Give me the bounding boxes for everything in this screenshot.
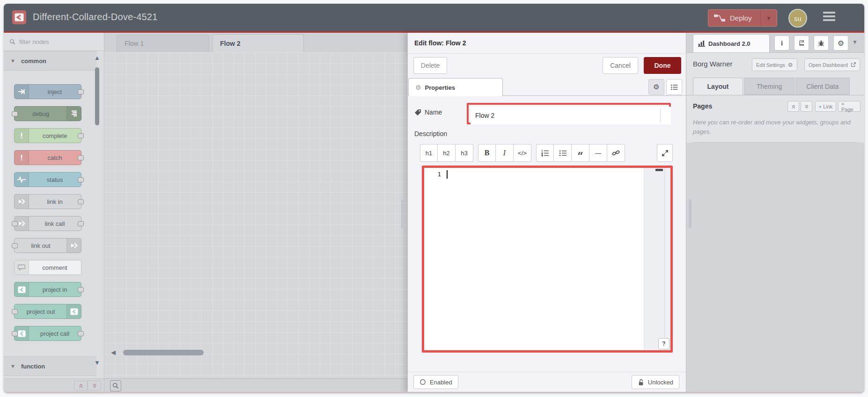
flow-locked-toggle[interactable]: Unlocked <box>632 375 679 389</box>
palette-node-project-out[interactable]: project out <box>14 304 81 319</box>
sidebar-help-button[interactable] <box>794 36 809 51</box>
sidebar-resize-handle[interactable] <box>689 199 691 228</box>
node-label: project call <box>29 326 81 340</box>
debug-icon <box>66 107 81 121</box>
add-page-button[interactable]: + Page <box>838 101 861 112</box>
debug-messages-icon <box>818 40 824 47</box>
horizontal-rule-button[interactable]: — <box>589 144 607 162</box>
node-input-port <box>12 221 18 226</box>
page-title: Different-Collared-Dove-4521 <box>33 12 157 22</box>
description-view-button[interactable] <box>666 79 682 95</box>
editor-cursor <box>447 170 448 179</box>
palette-node-debug[interactable]: debug <box>14 106 81 121</box>
sidebar-tab-client-data[interactable]: Client Data <box>795 78 850 95</box>
add-link-button[interactable]: + Link <box>815 101 836 112</box>
editor-help-button[interactable]: ? <box>658 338 669 349</box>
done-button[interactable]: Done <box>644 57 681 74</box>
list-icon <box>671 84 678 90</box>
h1-button[interactable]: h1 <box>420 144 438 162</box>
node-palette: filter nodes ▼ common injectdebug!comple… <box>4 33 104 392</box>
sidebar-info-button[interactable]: i <box>774 36 789 51</box>
canvas-scroll-left-arrow[interactable]: ◀ <box>111 349 116 356</box>
flow-tab-bar: Flow 1 Flow 2 <box>104 33 407 53</box>
deploy-button[interactable]: Deploy ▼ <box>708 9 777 27</box>
open-dashboard-label: Open Dashboard <box>809 62 848 68</box>
node-label: status <box>29 173 81 187</box>
node-input-port <box>12 111 18 116</box>
expand-editor-button[interactable] <box>657 144 673 162</box>
palette-node-comment[interactable]: comment <box>14 260 81 275</box>
double-chevron-up-icon <box>78 383 84 389</box>
canvas-hscrollbar-thumb[interactable] <box>123 350 204 355</box>
palette-search-placeholder: filter nodes <box>19 38 49 45</box>
deploy-options-caret[interactable]: ▼ <box>760 10 777 26</box>
expand-all-categories-button[interactable] <box>88 381 101 390</box>
node-label: link in <box>29 195 81 209</box>
palette-node-link-in[interactable]: link in <box>14 194 81 209</box>
palette-scrollbar-thumb[interactable] <box>95 67 99 125</box>
flow-name-input[interactable] <box>471 107 671 124</box>
sidebar-tabs-caret[interactable]: ▼ <box>852 39 858 45</box>
palette-search-input[interactable]: filter nodes <box>4 33 104 51</box>
palette-scroll-down-arrow[interactable]: ▼ <box>94 359 100 366</box>
unlocked-label: Unlocked <box>648 379 673 386</box>
palette-node-inject[interactable]: inject <box>14 84 81 99</box>
node-label: link call <box>29 217 81 231</box>
open-dashboard-button[interactable]: Open Dashboard <box>804 58 860 71</box>
palette-node-complete[interactable]: !complete <box>14 128 81 143</box>
pages-collapse-all-button[interactable] <box>787 101 799 112</box>
edit-properties-view-button[interactable]: ⚙ <box>648 79 664 95</box>
flow-canvas[interactable] <box>104 52 407 379</box>
link-node-icon <box>15 195 29 209</box>
italic-button[interactable]: I <box>496 144 514 162</box>
h3-button[interactable]: h3 <box>456 144 473 162</box>
h2-button[interactable]: h2 <box>438 144 456 162</box>
sidebar-tab-theming[interactable]: Theming <box>744 78 794 95</box>
delete-button[interactable]: Delete <box>413 57 447 74</box>
sidebar-debug-button[interactable] <box>814 36 829 51</box>
flow-enabled-toggle[interactable]: Enabled <box>413 375 458 389</box>
bold-button[interactable]: B <box>478 144 496 162</box>
tab-label: Properties <box>425 84 455 91</box>
category-label: function <box>21 363 45 370</box>
unordered-list-button[interactable] <box>554 144 572 162</box>
collapse-all-categories-button[interactable] <box>74 381 88 390</box>
node-output-port <box>78 155 84 160</box>
editor-vscrollbar-thumb[interactable] <box>655 169 663 171</box>
code-button[interactable]: </> <box>514 144 531 162</box>
cancel-button[interactable]: Cancel <box>603 57 638 74</box>
palette-node-status[interactable]: status <box>14 172 81 187</box>
pages-expand-all-button[interactable] <box>801 101 812 112</box>
palette-category-function[interactable]: ▼ function <box>4 356 96 376</box>
main-menu-button[interactable] <box>823 12 835 23</box>
description-editor[interactable]: 1 ? <box>424 168 670 350</box>
node-label: debug <box>15 107 67 121</box>
palette-node-link-call[interactable]: link call <box>14 216 81 231</box>
description-editor-highlight: 1 ? <box>422 166 673 353</box>
palette-node-catch[interactable]: !catch <box>14 150 81 165</box>
node-label: project out <box>15 304 67 318</box>
palette-node-project-in[interactable]: project in <box>14 282 81 297</box>
link-button[interactable] <box>607 144 625 162</box>
ordered-list-button[interactable] <box>536 144 554 162</box>
tray-resize-handle[interactable] <box>401 199 404 228</box>
tab-properties[interactable]: ⚙ Properties <box>408 78 503 96</box>
sidebar-config-button[interactable]: ⚙ <box>833 36 848 51</box>
palette-scroll-up-arrow[interactable]: ▲ <box>94 54 100 61</box>
canvas-search-button[interactable] <box>110 380 121 391</box>
palette-node-link-out[interactable]: link out <box>14 238 81 253</box>
dashboard-project-name: Borg Warner <box>693 60 732 68</box>
quote-button[interactable]: “ <box>572 144 589 162</box>
user-avatar[interactable]: su <box>788 9 807 28</box>
palette-node-project-call[interactable]: project call <box>14 326 81 341</box>
palette-category-common[interactable]: ▼ common <box>4 51 96 71</box>
sidebar-tab-layout[interactable]: Layout <box>693 78 743 95</box>
project-icon <box>66 304 81 318</box>
dashboard-section-tabs: LayoutThemingClient Data <box>686 78 864 95</box>
node-output-port <box>78 287 84 292</box>
node-label: catch <box>29 151 81 165</box>
tab-dashboard-2[interactable]: Dashboard 2.0 <box>693 34 770 52</box>
tab-flow-2[interactable]: Flow 2 <box>212 34 304 52</box>
tab-flow-1[interactable]: Flow 1 <box>117 35 209 52</box>
edit-settings-button[interactable]: Edit Settings ⚙ <box>752 58 797 71</box>
